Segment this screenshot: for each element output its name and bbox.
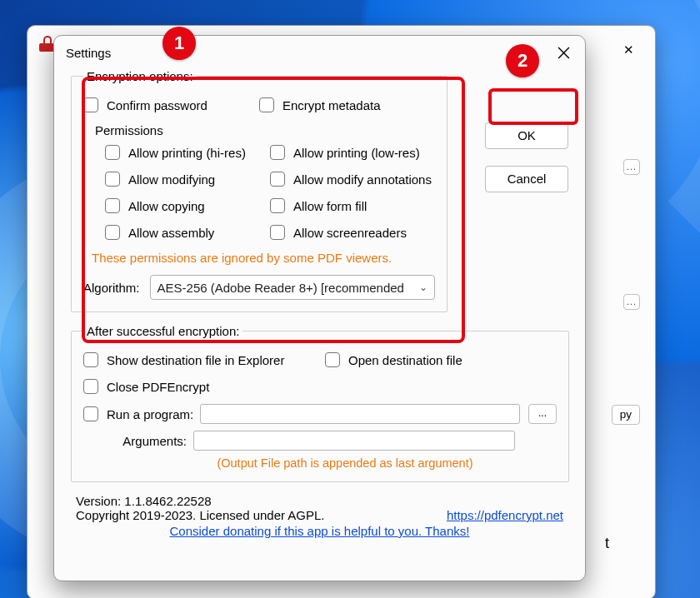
show-destination-label: Show destination file in Explorer	[107, 353, 284, 367]
algorithm-select[interactable]: AES-256 (Adobe Reader 8+) [recommended ⌄	[150, 275, 435, 300]
encrypt-metadata-checkbox[interactable]	[259, 97, 274, 112]
allow-printing-hires-checkbox[interactable]	[105, 145, 120, 160]
allow-copying-checkbox[interactable]	[105, 198, 120, 213]
allow-assembly-checkbox[interactable]	[105, 225, 120, 240]
allow-screenreaders-checkbox[interactable]	[270, 225, 285, 240]
confirm-password-checkbox[interactable]	[83, 97, 98, 112]
algorithm-label: Algorithm:	[83, 281, 140, 295]
run-program-checkbox[interactable]	[83, 406, 98, 421]
arguments-input[interactable]	[193, 431, 515, 451]
open-destination-checkbox[interactable]	[325, 352, 340, 367]
bg-browse-button[interactable]: ...	[623, 294, 640, 310]
encryption-legend: Encryption options:	[83, 69, 197, 83]
run-program-browse[interactable]: ...	[528, 404, 557, 424]
allow-modify-annotations-checkbox[interactable]	[270, 172, 285, 187]
permissions-heading: Permissions	[95, 123, 435, 137]
output-note: (Output File path is appended as last ar…	[83, 456, 557, 470]
chevron-down-icon: ⌄	[419, 282, 428, 293]
allow-form-fill-label: Allow form fill	[293, 199, 367, 213]
show-destination-checkbox[interactable]	[83, 352, 98, 367]
permissions-note: These permissions are ignored by some PD…	[92, 251, 435, 265]
version-text: Version: 1.1.8462.22528	[76, 494, 563, 508]
allow-printing-lowres-label: Allow printing (low-res)	[293, 146, 420, 160]
arguments-label: Arguments:	[83, 434, 193, 448]
confirm-password-label: Confirm password	[107, 98, 208, 112]
allow-form-fill-checkbox[interactable]	[270, 198, 285, 213]
close-pdfencrypt-checkbox[interactable]	[83, 379, 98, 394]
step-badge-1: 1	[162, 27, 196, 60]
run-program-input[interactable]	[200, 404, 520, 424]
allow-printing-lowres-checkbox[interactable]	[270, 145, 285, 160]
open-destination-label: Open destination file	[348, 353, 462, 367]
algorithm-value: AES-256 (Adobe Reader 8+) [recommended	[158, 281, 404, 295]
allow-assembly-label: Allow assembly	[128, 226, 214, 240]
encryption-options-group: Encryption options: Confirm password Enc…	[71, 69, 448, 312]
allow-modify-annotations-label: Allow modify annotations	[293, 172, 432, 187]
settings-dialog: Settings OK Cancel Encryption options: C…	[53, 35, 586, 581]
allow-modifying-checkbox[interactable]	[105, 172, 120, 187]
bg-browse-button[interactable]: ...	[623, 159, 640, 175]
close-button[interactable]	[547, 37, 580, 67]
run-program-label: Run a program:	[107, 407, 200, 421]
allow-copying-label: Allow copying	[128, 199, 205, 213]
window-title: Settings	[66, 46, 111, 60]
bg-letter: t	[605, 535, 609, 552]
allow-printing-hires-label: Allow printing (hi-res)	[128, 146, 246, 160]
step-badge-2: 2	[506, 44, 539, 77]
close-pdfencrypt-label: Close PDFEncrypt	[107, 380, 209, 394]
after-encryption-group: After successful encryption: Show destin…	[71, 324, 569, 482]
parent-close-button[interactable]: ✕	[615, 37, 642, 63]
encrypt-metadata-label: Encrypt metadata	[282, 98, 381, 112]
ok-button[interactable]: OK	[485, 122, 568, 149]
bg-py-button[interactable]: py	[612, 405, 640, 425]
footer: Version: 1.1.8462.22528 Copyright 2019-2…	[71, 494, 568, 538]
site-link[interactable]: https://pdfencrypt.net	[447, 508, 563, 522]
copyright-text: Copyright 2019-2023. Licensed under AGPL…	[76, 508, 325, 522]
after-legend: After successful encryption:	[83, 324, 242, 338]
close-icon	[558, 47, 570, 59]
close-icon: ✕	[623, 42, 634, 57]
donate-link[interactable]: Consider donating if this app is helpful…	[170, 524, 470, 538]
allow-modifying-label: Allow modifying	[128, 172, 215, 187]
cancel-button[interactable]: Cancel	[485, 166, 568, 192]
allow-screenreaders-label: Allow screenreaders	[293, 226, 407, 240]
